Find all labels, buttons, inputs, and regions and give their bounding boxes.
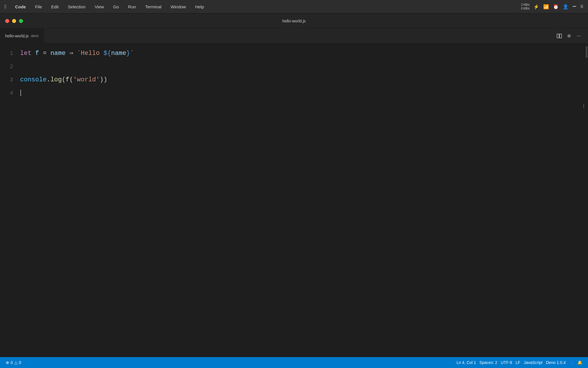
line-code-4 [20,87,21,100]
dot1: . [47,76,50,83]
paren-close2: ) [100,76,103,83]
menu-selection[interactable]: Selection [66,3,87,10]
editor-area: 1 let f = name ⇒ `Hello ${name}` 2 3 [0,43,588,357]
string-world: 'world' [73,76,100,83]
menu-run[interactable]: Run [126,3,138,10]
more-dots[interactable]: ••• [572,5,576,9]
spaces-label: Spaces: 2 [479,360,497,365]
line-number-3: 3 [0,73,20,87]
close-button[interactable] [5,19,9,23]
line-4: 4 [0,87,584,100]
wifi-icon: 📶 [543,4,549,9]
menu-bar:  Code File Edit Selection View Go Run T… [0,0,588,14]
network-up: 2 KB/s [521,3,529,7]
arrow: ⇒ [69,50,73,57]
editor-tab[interactable]: hello-world.js deno [0,28,44,43]
status-language[interactable]: JavaScript [522,357,544,368]
network-stats: 2 KB/s 0 KB/s [521,3,529,10]
menu-view[interactable]: View [93,3,106,10]
status-cursor-position[interactable]: Ln 4, Col 1 [455,357,478,368]
status-bar: ⊗ 0 △ 0 Ln 4, Col 1 Spaces: 2 UTF-8 LF J… [0,357,588,368]
profile-icon[interactable]: 👤 [563,4,568,9]
deno-label: Deno 1.0.4 [546,360,566,365]
close-brace: } [126,50,130,57]
svg-rect-0 [557,34,559,38]
tab-badge: deno [31,34,39,38]
traffic-lights [5,19,23,23]
var-f: f [35,50,39,57]
line-1: 1 let f = name ⇒ `Hello ${name}` [0,47,584,60]
line-code-3: console.log(f('world')) [20,73,107,87]
menu-help[interactable]: Help [194,3,206,10]
window-title: hello-world.js [282,19,306,23]
console-obj: console [20,76,47,83]
paren-open2: ( [69,76,73,83]
encoding-label: UTF-8 [501,360,512,365]
method-log: log [51,76,62,83]
split-editor-button[interactable] [556,32,563,39]
tmpl-var: name [111,50,126,57]
line-number-4: 4 [0,87,20,100]
menu-edit[interactable]: Edit [49,3,60,10]
status-person[interactable]: 👤 [567,357,576,368]
tab-actions: ··· [556,32,588,39]
line-code-2 [20,60,24,73]
person-icon: 👤 [569,360,574,365]
template-end: ` [130,50,134,57]
warning-icon: △ [14,360,18,365]
status-bell[interactable]: 🔔 [576,357,584,368]
bell-icon: 🔔 [577,360,582,365]
menu-file[interactable]: File [33,3,44,10]
list-icon[interactable]: ☰ [580,5,583,9]
network-down: 0 KB/s [521,7,529,10]
status-spaces[interactable]: Spaces: 2 [478,357,499,368]
apple-menu[interactable]:  [5,4,7,10]
status-right: Ln 4, Col 1 Spaces: 2 UTF-8 LF JavaScrip… [455,357,584,368]
keyword-let: let [20,50,32,57]
svg-rect-1 [560,34,562,38]
menu-code[interactable]: Code [13,3,28,10]
fn-call-f: f [65,76,69,83]
paren-open: ( [62,76,65,83]
eol-label: LF [516,360,520,365]
minimize-button[interactable] [12,19,16,23]
error-count: 0 [11,360,13,365]
status-errors[interactable]: ⊗ 0 △ 0 [4,357,23,368]
line-code-1: let f = name ⇒ `Hello ${name}` [20,47,134,60]
menu-bar-right: 2 KB/s 0 KB/s ⚡ 📶 ⏰ 👤 ••• ☰ [521,3,583,10]
editor-content[interactable]: 1 let f = name ⇒ `Hello ${name}` 2 3 [0,43,584,357]
cursor-position-label: Ln 4, Col 1 [457,360,476,365]
line-3: 3 console.log(f('world')) [0,73,584,87]
status-deno[interactable]: Deno 1.0.4 [544,357,568,368]
line-2: 2 [0,60,584,73]
dollar-brace: ${ [104,50,111,57]
warning-count: 0 [19,360,21,365]
minimap-line [583,104,584,108]
maximize-button[interactable] [19,19,23,23]
menu-go[interactable]: Go [111,3,121,10]
search-icon[interactable]: ⏰ [553,4,559,9]
menu-terminal[interactable]: Terminal [144,3,163,10]
title-bar: hello-world.js [0,14,588,28]
equals: = [43,50,47,57]
param-name: name [51,50,66,57]
more-actions-button[interactable]: ··· [575,32,582,39]
battery-icon: ⚡ [533,4,539,9]
status-encoding[interactable]: UTF-8 [499,357,514,368]
line-number-2: 2 [0,60,20,73]
tab-filename: hello-world.js [5,34,29,38]
status-left: ⊗ 0 △ 0 [4,357,23,368]
paren-close1: ) [103,76,107,83]
menu-window[interactable]: Window [169,3,187,10]
scrollbar-thumb[interactable] [586,46,587,58]
tab-bar: hello-world.js deno ··· [0,28,588,43]
error-icon: ⊗ [6,360,9,365]
template-start: `Hello [77,50,103,57]
language-label: JavaScript [524,360,542,365]
status-eol[interactable]: LF [514,357,522,368]
line-number-1: 1 [0,47,20,60]
unsaved-indicator [567,34,571,38]
scrollbar-track[interactable] [584,43,588,357]
text-cursor [20,90,21,96]
